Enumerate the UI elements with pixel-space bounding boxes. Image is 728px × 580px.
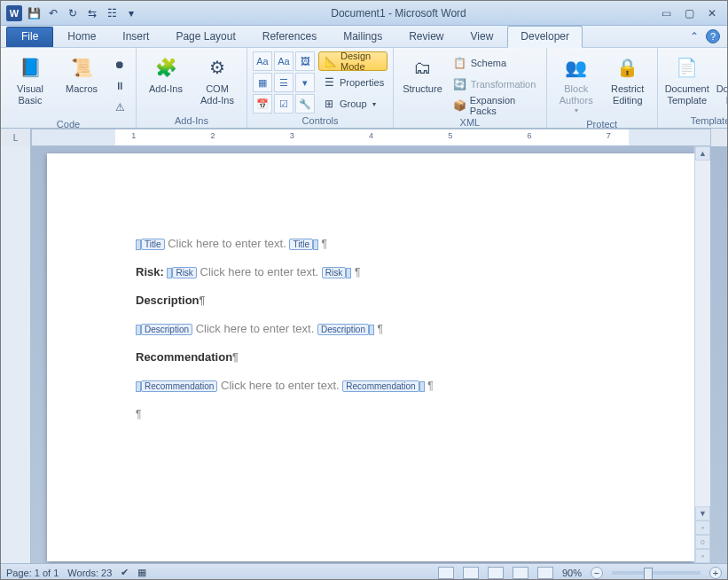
horizontal-ruler[interactable]: 1 2 3 4 5 6 7 — [31, 129, 711, 146]
macro-status-icon[interactable]: ▦ — [137, 567, 146, 578]
zoom-in-button[interactable]: + — [709, 567, 722, 579]
document-panel-button[interactable]: ℹDocument Panel — [715, 51, 728, 108]
document-template-button[interactable]: 📄Document Template — [663, 51, 711, 108]
cc-tag-description-start[interactable]: Description — [141, 324, 192, 335]
scroll-down-icon[interactable]: ▼ — [695, 506, 710, 521]
pilcrow-icon: ¶ — [200, 294, 206, 307]
vertical-ruler[interactable] — [1, 146, 31, 563]
cc-tag-risk-start[interactable]: Risk — [172, 267, 196, 278]
description-placeholder[interactable]: Click here to enter text. — [196, 322, 315, 335]
next-page-icon[interactable]: ◦ — [695, 549, 710, 563]
cc-tag-risk-end[interactable]: Risk — [322, 267, 346, 278]
tab-home[interactable]: Home — [55, 27, 108, 47]
combo-box-control-icon[interactable]: ☰ — [274, 73, 294, 92]
control-gallery[interactable]: Aa Aa 🖼 ▦ ☰ ▾ 📅 ☑ 🔧 — [253, 51, 315, 114]
title-placeholder[interactable]: Click here to enter text. — [168, 237, 286, 250]
checkbox-control-icon[interactable]: ☑ — [274, 94, 294, 114]
tab-insert[interactable]: Insert — [110, 27, 161, 47]
tab-review[interactable]: Review — [396, 27, 456, 47]
cc-end-handle-icon[interactable] — [346, 268, 351, 278]
risk-placeholder[interactable]: Click here to enter text. — [200, 265, 319, 278]
plain-text-control-icon[interactable]: Aa — [274, 51, 294, 71]
cc-end-handle-icon[interactable] — [369, 325, 374, 335]
macro-security-button[interactable]: ⚠ — [109, 98, 130, 117]
document-page[interactable]: Title Click here to enter text. Title ¶ … — [47, 153, 694, 561]
risk-line[interactable]: Risk: Risk Click here to enter text. Ris… — [136, 265, 632, 281]
vb-icon: 📘 — [16, 53, 44, 82]
com-addins-button[interactable]: ⚙COM Add-Ins — [193, 51, 241, 108]
structure-button[interactable]: 🗂Structure — [399, 51, 446, 97]
description-line[interactable]: Description Click here to enter text. De… — [136, 322, 632, 338]
redo-icon[interactable]: ↻ — [65, 5, 81, 21]
risk-label: Risk: — [136, 265, 164, 278]
expansion-icon: 📦 — [453, 98, 466, 113]
page-indicator[interactable]: Page: 1 of 1 — [6, 568, 59, 578]
prev-page-icon[interactable]: ◦ — [695, 521, 710, 535]
tab-references[interactable]: References — [250, 27, 329, 47]
proofing-icon[interactable]: ✔ — [121, 567, 129, 578]
word-count[interactable]: Words: 23 — [67, 568, 112, 578]
qat-dropdown-icon[interactable]: ▾ — [123, 5, 139, 21]
restrict-editing-button[interactable]: 🔒Restrict Editing — [604, 51, 652, 108]
maximize-button[interactable]: ▢ — [681, 7, 697, 20]
properties-button[interactable]: ☰Properties — [318, 73, 387, 92]
empty-line[interactable]: ¶ — [136, 407, 632, 423]
undo-icon[interactable]: ↶ — [45, 5, 61, 21]
zoom-out-button[interactable]: − — [591, 567, 603, 579]
minimize-ribbon-icon[interactable]: ⌃ — [690, 30, 699, 43]
design-mode-button[interactable]: 📐Design Mode — [318, 51, 387, 71]
cc-tag-title-end[interactable]: Title — [289, 239, 313, 250]
draft-view-button[interactable] — [537, 567, 553, 579]
expansion-packs-button[interactable]: 📦Expansion Packs — [450, 96, 541, 115]
title-line[interactable]: Title Click here to enter text. Title ¶ — [136, 237, 632, 253]
date-picker-control-icon[interactable]: 📅 — [253, 94, 272, 114]
group-button[interactable]: ⊞Group▾ — [318, 94, 387, 114]
work-area: Title Click here to enter text. Title ¶ … — [1, 146, 727, 563]
ruler-corner[interactable]: L — [1, 129, 31, 146]
save-icon[interactable]: 💾 — [26, 5, 42, 21]
help-icon[interactable]: ? — [706, 29, 720, 43]
zoom-level[interactable]: 90% — [562, 568, 582, 578]
fullscreen-reading-view-button[interactable] — [463, 567, 479, 579]
addins-button[interactable]: 🧩Add-Ins — [142, 51, 190, 97]
close-button[interactable]: ✕ — [704, 7, 720, 20]
qat-btn[interactable]: ☷ — [104, 5, 120, 21]
outline-view-button[interactable] — [513, 567, 528, 579]
minimize-button[interactable]: ▭ — [658, 7, 674, 20]
visual-basic-button[interactable]: 📘Visual Basic — [6, 51, 54, 108]
record-macro-button[interactable]: ⏺ — [109, 55, 130, 74]
dropdown-control-icon[interactable]: ▾ — [295, 73, 315, 92]
web-layout-view-button[interactable] — [488, 567, 504, 579]
ruler-row: L 1 2 3 4 5 6 7 — [1, 129, 727, 146]
cc-end-handle-icon[interactable] — [313, 239, 318, 250]
cc-tag-description-end[interactable]: Description — [317, 324, 369, 335]
zoom-slider[interactable] — [612, 571, 701, 575]
tab-file[interactable]: File — [6, 27, 53, 47]
recommendation-line[interactable]: Recommendation Click here to enter text.… — [136, 379, 632, 395]
cc-end-handle-icon[interactable] — [419, 381, 425, 392]
print-layout-view-button[interactable] — [438, 567, 454, 579]
browse-object-icon[interactable]: ○ — [695, 535, 710, 549]
tab-view[interactable]: View — [458, 27, 506, 47]
cc-tag-recommendation-end[interactable]: Recommendation — [342, 380, 419, 392]
pause-recording-button[interactable]: ⏸ — [109, 76, 130, 96]
tab-mailings[interactable]: Mailings — [331, 27, 395, 47]
tab-page-layout[interactable]: Page Layout — [163, 27, 247, 47]
cc-tag-title-start[interactable]: Title — [141, 239, 165, 250]
cc-tag-recommendation-start[interactable]: Recommendation — [141, 380, 217, 392]
qat-btn[interactable]: ⇆ — [84, 5, 100, 21]
legacy-tools-icon[interactable]: 🔧 — [295, 94, 315, 114]
picture-control-icon[interactable]: 🖼 — [295, 51, 315, 71]
group-xml: 🗂Structure 📋Schema 🔄Transformation 📦Expa… — [394, 48, 547, 128]
document-viewport: Title Click here to enter text. Title ¶ … — [31, 146, 727, 563]
block-authors-button: 👥Block Authors▾ — [552, 51, 600, 117]
rich-text-control-icon[interactable]: Aa — [253, 51, 272, 71]
recommendation-placeholder[interactable]: Click here to enter text. — [221, 379, 340, 392]
tab-developer[interactable]: Developer — [507, 26, 583, 48]
vertical-scrollbar[interactable]: ▲ ▼ ◦ ○ ◦ — [694, 146, 710, 563]
scroll-up-icon[interactable]: ▲ — [695, 146, 710, 161]
building-block-control-icon[interactable]: ▦ — [253, 73, 272, 92]
warning-icon: ⚠ — [113, 100, 127, 114]
macros-button[interactable]: 📜Macros — [58, 51, 106, 97]
schema-button[interactable]: 📋Schema — [450, 53, 541, 73]
